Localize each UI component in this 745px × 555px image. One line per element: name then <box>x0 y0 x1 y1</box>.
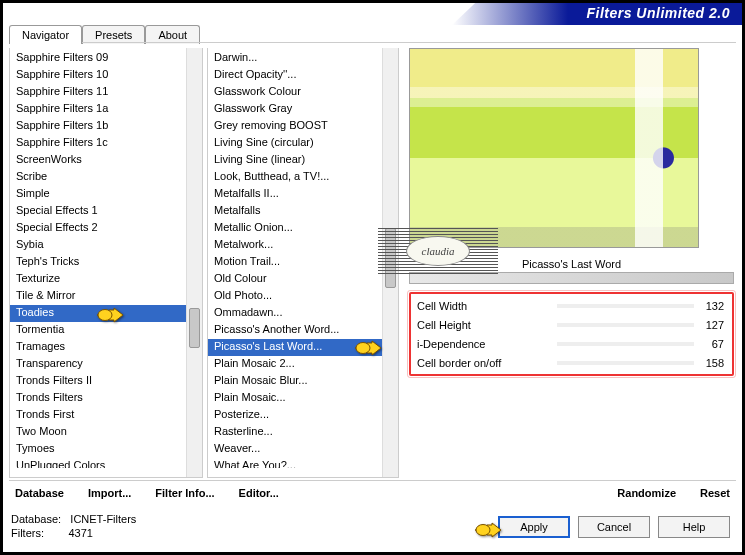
editor-link[interactable]: Editor... <box>239 487 279 499</box>
randomize-link[interactable]: Randomize <box>617 487 676 499</box>
param-label: Cell Height <box>417 319 557 331</box>
category-item[interactable]: Simple <box>10 186 202 203</box>
filter-item[interactable]: Glasswork Colour <box>208 84 398 101</box>
category-item[interactable]: Teph's Tricks <box>10 254 202 271</box>
filter-item[interactable]: Metalfalls <box>208 203 398 220</box>
status-filters-label: Filters: <box>11 527 44 539</box>
filter-item[interactable]: Old Photo... <box>208 288 398 305</box>
dialog-buttons: Apply Cancel Help <box>498 516 730 538</box>
cancel-button[interactable]: Cancel <box>578 516 650 538</box>
category-item[interactable]: Scribe <box>10 169 202 186</box>
status-db-value: ICNET-Filters <box>70 513 136 525</box>
svg-point-2 <box>476 525 490 536</box>
filter-info-link[interactable]: Filter Info... <box>155 487 214 499</box>
selected-filter-title: Picasso's Last Word <box>409 256 734 272</box>
tab-divider <box>9 42 736 43</box>
filter-item[interactable]: Picasso's Last Word... <box>208 339 398 356</box>
category-item[interactable]: Special Effects 1 <box>10 203 202 220</box>
category-list[interactable]: Sapphire Filters 09Sapphire Filters 10Sa… <box>9 48 203 478</box>
help-button[interactable]: Help <box>658 516 730 538</box>
param-value: 67 <box>694 338 726 350</box>
param-value: 127 <box>694 319 726 331</box>
filter-list-body[interactable]: Darwin...Direct Opacity''...Glasswork Co… <box>208 48 398 468</box>
reset-link[interactable]: Reset <box>700 487 730 499</box>
filter-item[interactable]: Plain Mosaic Blur... <box>208 373 398 390</box>
filter-item[interactable]: Posterize... <box>208 407 398 424</box>
filter-item[interactable]: Metalwork... <box>208 237 398 254</box>
filter-item[interactable]: Metalfalls II... <box>208 186 398 203</box>
param-value: 132 <box>694 300 726 312</box>
preview-panel: Picasso's Last Word Cell Width132Cell He… <box>403 48 736 492</box>
filter-scrollbar[interactable] <box>382 48 398 477</box>
filter-item[interactable]: Picasso's Another Word... <box>208 322 398 339</box>
category-list-body[interactable]: Sapphire Filters 09Sapphire Filters 10Sa… <box>10 48 202 468</box>
filter-item[interactable]: Ommadawn... <box>208 305 398 322</box>
param-label: Cell Width <box>417 300 557 312</box>
category-item[interactable]: ScreenWorks <box>10 152 202 169</box>
app-title: Filters Unlimited 2.0 <box>586 5 730 21</box>
param-label: i-Dependence <box>417 338 557 350</box>
category-item[interactable]: Sapphire Filters 09 <box>10 50 202 67</box>
import-link[interactable]: Import... <box>88 487 131 499</box>
filter-item[interactable]: Darwin... <box>208 50 398 67</box>
parameters-box: Cell Width132Cell Height127i-Dependence6… <box>409 292 734 376</box>
category-scroll-thumb[interactable] <box>189 308 200 348</box>
filter-list[interactable]: Darwin...Direct Opacity''...Glasswork Co… <box>207 48 399 478</box>
category-item[interactable]: Toadies <box>10 305 202 322</box>
category-item[interactable]: Sapphire Filters 1a <box>10 101 202 118</box>
filter-item[interactable]: Living Sine (linear) <box>208 152 398 169</box>
category-scrollbar[interactable] <box>186 48 202 477</box>
category-item[interactable]: Sapphire Filters 10 <box>10 67 202 84</box>
tab-navigator[interactable]: Navigator <box>9 25 82 44</box>
param-row: Cell Width132 <box>413 296 730 315</box>
param-value: 158 <box>694 357 726 369</box>
filter-item[interactable]: What Are You?... <box>208 458 398 468</box>
category-item[interactable]: Two Moon <box>10 424 202 441</box>
category-item[interactable]: Sybia <box>10 237 202 254</box>
category-item[interactable]: Tormentia <box>10 322 202 339</box>
category-item[interactable]: Tile & Mirror <box>10 288 202 305</box>
category-item[interactable]: Special Effects 2 <box>10 220 202 237</box>
filter-item[interactable]: Plain Mosaic 2... <box>208 356 398 373</box>
category-item[interactable]: UnPlugged Colors <box>10 458 202 468</box>
preview-image <box>409 48 699 248</box>
filter-item[interactable]: Rasterline... <box>208 424 398 441</box>
category-item[interactable]: Transparency <box>10 356 202 373</box>
content-area: Sapphire Filters 09Sapphire Filters 10Sa… <box>9 48 736 492</box>
category-item[interactable]: Sapphire Filters 1c <box>10 135 202 152</box>
param-slider[interactable] <box>557 361 694 365</box>
filter-item[interactable]: Motion Trail... <box>208 254 398 271</box>
title-bar: Filters Unlimited 2.0 <box>452 3 742 25</box>
filter-scroll-thumb[interactable] <box>385 228 396 288</box>
filter-item[interactable]: Direct Opacity''... <box>208 67 398 84</box>
category-item[interactable]: Sapphire Filters 1b <box>10 118 202 135</box>
param-row: i-Dependence67 <box>413 334 730 353</box>
filter-item[interactable]: Weaver... <box>208 441 398 458</box>
category-item[interactable]: Tronds First <box>10 407 202 424</box>
filter-item[interactable]: Plain Mosaic... <box>208 390 398 407</box>
param-slider[interactable] <box>557 304 694 308</box>
category-item[interactable]: Tronds Filters II <box>10 373 202 390</box>
filter-item[interactable]: Glasswork Gray <box>208 101 398 118</box>
status-db-label: Database: <box>11 513 61 525</box>
category-item[interactable]: Tymoes <box>10 441 202 458</box>
status-bar: Database: ICNET-Filters Filters: 4371 <box>11 512 136 540</box>
category-item[interactable]: Tramages <box>10 339 202 356</box>
category-item[interactable]: Sapphire Filters 11 <box>10 84 202 101</box>
database-link[interactable]: Database <box>15 487 64 499</box>
filter-item[interactable]: Metallic Onion... <box>208 220 398 237</box>
param-slider[interactable] <box>557 323 694 327</box>
status-filters-value: 4371 <box>68 527 92 539</box>
apply-button[interactable]: Apply <box>498 516 570 538</box>
param-row: Cell Height127 <box>413 315 730 334</box>
filter-item[interactable]: Look, Butthead, a TV!... <box>208 169 398 186</box>
link-bar: Database Import... Filter Info... Editor… <box>9 480 736 500</box>
param-slider[interactable] <box>557 342 694 346</box>
filter-item[interactable]: Living Sine (circular) <box>208 135 398 152</box>
param-row: Cell border on/off158 <box>413 353 730 372</box>
filter-item[interactable]: Old Colour <box>208 271 398 288</box>
category-item[interactable]: Texturize <box>10 271 202 288</box>
preview-title-bar <box>409 272 734 284</box>
filter-item[interactable]: Grey removing BOOST <box>208 118 398 135</box>
category-item[interactable]: Tronds Filters <box>10 390 202 407</box>
